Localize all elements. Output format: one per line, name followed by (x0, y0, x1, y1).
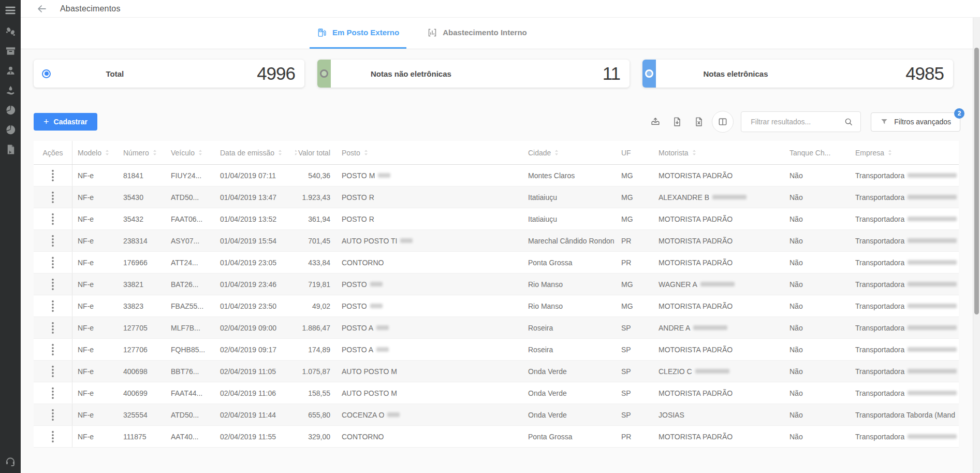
column-header-empresa[interactable]: Empresa (850, 141, 959, 164)
cell-modelo: NF-e (72, 317, 118, 338)
card-label: Total (106, 69, 124, 78)
cell-cidade: Marechal Cândido Rondon (523, 230, 616, 251)
menu-toggle-button[interactable] (4, 5, 17, 16)
cell-numero: 127706 (118, 339, 166, 360)
row-actions-button[interactable] (49, 343, 57, 356)
sidebar-item-person[interactable] (5, 65, 17, 77)
card-total[interactable]: Total4996 (34, 60, 304, 88)
export-upload-button[interactable] (647, 113, 664, 131)
cell-empresa: Transportadora (850, 208, 959, 230)
cell-cidade: Montes Claros (523, 165, 616, 186)
back-button[interactable] (36, 3, 48, 15)
cell-tanque: Não (784, 295, 850, 317)
cell-valor: 49,02 (295, 295, 337, 317)
columns-toggle-button[interactable] (712, 111, 734, 133)
sidebar-item-footprints[interactable] (5, 25, 17, 37)
tab-em-posto-externo[interactable]: Em Posto Externo (310, 18, 406, 49)
column-header-veiculo[interactable]: Veículo (166, 141, 215, 164)
sort-icon (692, 149, 697, 156)
column-header-valor[interactable]: Valor total (295, 141, 337, 164)
sidebar-item-pdf-file[interactable] (5, 144, 17, 155)
column-header-data[interactable]: Data de emissão (215, 141, 295, 164)
cell-veiculo: FBAZ55... (166, 295, 215, 317)
cadastrar-button[interactable]: + Cadastrar (34, 113, 97, 131)
card-label: Notas não eletrônicas (371, 69, 451, 78)
table-body: NF-e81841FIUY24...01/04/2019 07:11540,36… (34, 165, 959, 448)
sidebar-item-pie-chart-1[interactable] (5, 104, 17, 116)
cell-motorista: MOTORISTA PADRÃO (653, 339, 784, 360)
column-header-numero[interactable]: Número (118, 141, 166, 164)
card-notas-nao-eletronicas[interactable]: Notas não eletrônicas11 (317, 60, 630, 88)
cell-posto: AUTO POSTO TI (337, 230, 523, 251)
sidebar (0, 0, 21, 473)
cell-valor: 433,84 (295, 252, 337, 273)
column-header-motorista[interactable]: Motorista (653, 141, 784, 164)
row-actions-button[interactable] (49, 278, 57, 291)
row-actions-button[interactable] (49, 299, 57, 313)
row-actions-button[interactable] (49, 430, 57, 443)
sidebar-nav (5, 25, 17, 163)
page-title: Abastecimentos (60, 4, 121, 13)
row-actions-button[interactable] (49, 212, 57, 226)
radio-unchecked-icon[interactable] (320, 69, 328, 78)
row-actions-button[interactable] (49, 365, 57, 378)
cell-valor: 158,55 (295, 382, 337, 404)
search-input[interactable] (750, 117, 844, 126)
redacted-text (376, 347, 389, 352)
cell-numero: 400699 (118, 382, 166, 404)
sidebar-item-pie-chart-2[interactable] (5, 124, 17, 136)
cell-cidade: Ponta Grossa (523, 252, 616, 273)
cell-cidade: Onda Verde (523, 361, 616, 382)
scrollbar-thumb[interactable] (974, 48, 979, 314)
table-row: NF-e176966ATT24...01/04/2019 23:05433,84… (34, 252, 959, 274)
cell-veiculo: FAAT44... (166, 382, 215, 404)
redacted-text (908, 347, 957, 352)
cadastrar-label: Cadastrar (54, 118, 87, 126)
sort-icon (152, 149, 157, 156)
redacted-text (908, 238, 957, 243)
cell-valor: 701,45 (295, 230, 337, 251)
cell-empresa: Transportadora (850, 165, 959, 186)
row-actions-button[interactable] (49, 256, 57, 269)
sidebar-item-support[interactable] (5, 455, 16, 467)
cell-valor: 1.075,87 (295, 361, 337, 382)
advanced-filters-button[interactable]: Filtros avançados 2 (871, 112, 960, 132)
radio-checked-icon[interactable] (42, 69, 51, 78)
export-file-download-button[interactable] (668, 113, 686, 131)
radio-unchecked-icon[interactable] (645, 69, 653, 78)
redacted-text (908, 325, 957, 330)
cell-cidade: Rio Manso (523, 295, 616, 317)
cell-acoes (34, 165, 72, 186)
redacted-text (908, 391, 957, 395)
table-header-row: AçõesModeloNúmeroVeículoData de emissãoV… (34, 141, 959, 165)
column-header-modelo[interactable]: Modelo (72, 141, 118, 164)
row-actions-button[interactable] (49, 386, 57, 400)
cell-modelo: NF-e (72, 230, 118, 251)
scrollbar-track[interactable] (973, 18, 980, 473)
cell-tanque: Não (784, 361, 850, 382)
column-header-cidade[interactable]: Cidade (523, 141, 616, 164)
cell-empresa: Transportadora (850, 426, 959, 447)
column-header-posto[interactable]: Posto (337, 141, 523, 164)
cell-motorista: ANDRE A (653, 317, 784, 338)
table-row: NF-e127705MLF7B...02/04/2019 09:001.886,… (34, 317, 959, 339)
row-actions-button[interactable] (49, 169, 57, 182)
row-actions-button[interactable] (49, 408, 57, 422)
pie-chart-icon (5, 124, 17, 136)
cell-motorista: MOTORISTA PADRÃO (653, 208, 784, 230)
row-actions-button[interactable] (49, 234, 57, 248)
cell-veiculo: FIUY24... (166, 165, 215, 186)
cell-tanque: Não (784, 317, 850, 338)
card-notas-eletronicas[interactable]: Notas eletrônicas4985 (642, 60, 953, 88)
export-excel-button[interactable] (690, 113, 708, 131)
cell-uf: SP (616, 361, 653, 382)
search-box[interactable] (741, 111, 861, 132)
sidebar-item-hand-drop[interactable] (5, 84, 17, 96)
sidebar-item-archive-box[interactable] (5, 45, 17, 57)
row-actions-button[interactable] (49, 191, 57, 204)
search-icon[interactable] (844, 117, 853, 126)
tab-abastecimento-interno[interactable]: Abastecimento Interno (420, 18, 534, 49)
cell-acoes (34, 361, 72, 382)
row-actions-button[interactable] (49, 321, 57, 335)
cell-tanque: Não (784, 404, 850, 425)
